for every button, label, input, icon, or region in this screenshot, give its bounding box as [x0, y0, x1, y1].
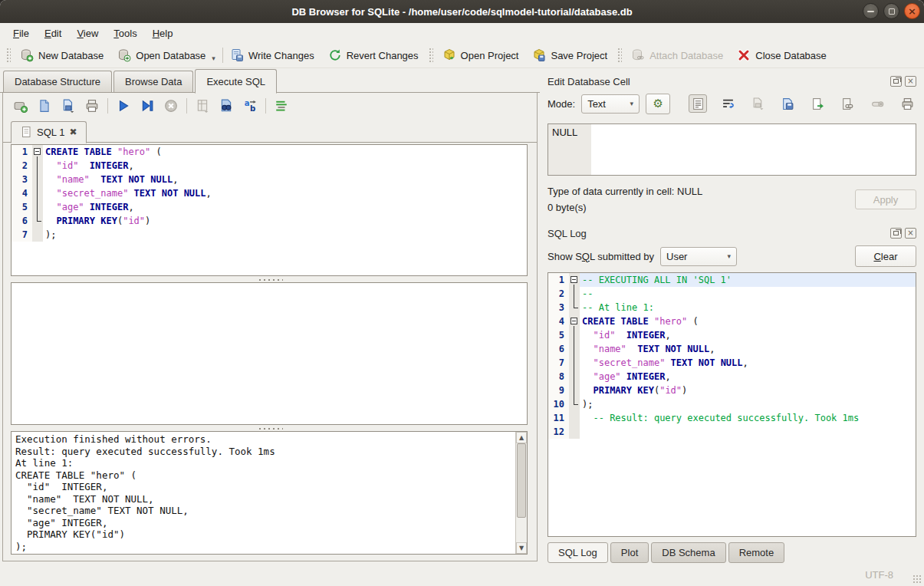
execution-log-text[interactable]: Execution finished without errors.Result… [12, 432, 515, 554]
resize-grip-icon[interactable] [912, 574, 922, 584]
app-window: DB Browser for SQLite - /home/user/code/… [0, 0, 924, 586]
main-tabbar: Database Structure Browse Data Execute S… [0, 68, 540, 93]
scroll-up-icon[interactable]: ▲ [516, 432, 527, 443]
open-database-icon [117, 48, 131, 62]
execute-all-button[interactable] [115, 97, 132, 114]
execute-line-button[interactable] [139, 97, 156, 114]
close-button[interactable]: × [904, 3, 920, 19]
export-cell-icon [811, 97, 824, 110]
minimize-button[interactable] [863, 3, 879, 19]
splitter-handle[interactable] [3, 425, 537, 431]
export-cell-button[interactable] [808, 94, 827, 113]
code-line: 2 "id" INTEGER, [12, 159, 527, 173]
tab-browse-data[interactable]: Browse Data [113, 71, 193, 93]
chevron-down-icon: ▾ [727, 252, 731, 260]
clear-log-button[interactable]: Clear [855, 245, 916, 267]
toolbar-handle[interactable] [428, 47, 433, 64]
scrollbar-thumb[interactable] [517, 443, 526, 518]
dock-tab-remote[interactable]: Remote [728, 542, 785, 563]
scroll-down-icon[interactable]: ▼ [516, 542, 527, 554]
revert-changes-button[interactable]: Revert Changes [321, 45, 426, 65]
write-changes-icon [230, 48, 244, 62]
new-sql-tab-button[interactable] [12, 97, 29, 114]
menu-help[interactable]: Help [146, 25, 180, 41]
code-line: 2-- [548, 287, 916, 301]
new-database-icon [20, 48, 34, 62]
save-cell-button [748, 94, 767, 113]
dock-tabbar: SQL Log Plot DB Schema Remote [547, 537, 916, 563]
new-database-button[interactable]: New Database [13, 45, 110, 65]
format-sql-icon [275, 99, 288, 113]
dock-float-icon[interactable] [890, 228, 902, 239]
code-line: 4 "secret_name" TEXT NOT NULL, [12, 186, 527, 200]
dock-close-icon[interactable]: × [905, 228, 916, 239]
write-changes-button[interactable]: Write Changes [223, 45, 321, 65]
sql-toolbar: ab [3, 93, 537, 119]
menu-file[interactable]: File [6, 25, 36, 41]
word-wrap-button[interactable] [718, 94, 737, 113]
find-button[interactable] [218, 97, 235, 114]
menu-view[interactable]: View [70, 25, 105, 41]
results-grid-pane [11, 282, 528, 425]
dock-tab-db-schema[interactable]: DB Schema [651, 542, 725, 563]
sql-log-filter-row: Show SQL submitted by User▾ Clear [547, 242, 916, 271]
sql-tab-close-icon[interactable]: ✖ [69, 127, 77, 137]
dock-tab-sql-log[interactable]: SQL Log [547, 542, 608, 563]
toolbar-separator [107, 98, 108, 114]
word-wrap-icon [722, 97, 735, 110]
cell-value-editor[interactable]: NULL [547, 123, 916, 176]
menu-edit[interactable]: Edit [38, 25, 68, 41]
tab-execute-sql[interactable]: Execute SQL [195, 69, 277, 94]
open-in-external-button[interactable] [838, 94, 857, 113]
code-line: 6 PRIMARY KEY("id") [12, 214, 527, 228]
export-results-icon [196, 99, 209, 113]
close-database-button[interactable]: Close Database [730, 45, 834, 65]
find-icon [219, 99, 233, 113]
replace-icon: ab [243, 99, 257, 113]
auto-switch-mode-button[interactable]: ⚙ [646, 94, 670, 114]
sql-file-tab[interactable]: SQL 1 ✖ [11, 121, 87, 143]
sql-log-title: SQL Log [547, 228, 587, 239]
print-cell-button[interactable] [898, 94, 916, 113]
stop-button [163, 97, 179, 114]
edit-cell-toolbar: Mode: Text▾ ⚙ [547, 90, 916, 117]
save-sql-file-button[interactable] [60, 97, 77, 114]
print-sql-button[interactable] [84, 97, 100, 114]
replace-button[interactable]: ab [242, 97, 258, 114]
sql-file-icon [21, 126, 32, 138]
maximize-button[interactable] [883, 3, 899, 19]
edit-cell-title: Edit Database Cell [547, 76, 630, 87]
scrollbar[interactable]: ▲ ▼ [515, 432, 527, 554]
open-project-icon [442, 48, 456, 62]
code-line: 11 -- Result: query executed successfull… [548, 411, 916, 425]
open-sql-file-button[interactable] [36, 97, 53, 114]
sql-log-view[interactable]: 1-- EXECUTING ALL IN 'SQL 1'2--3-- At li… [547, 272, 916, 537]
import-cell-button[interactable] [778, 94, 797, 113]
svg-text:b: b [250, 104, 255, 113]
open-project-button[interactable]: Open Project [436, 45, 526, 65]
titlebar[interactable]: DB Browser for SQLite - /home/user/code/… [0, 0, 924, 23]
window-title: DB Browser for SQLite - /home/user/code/… [0, 6, 924, 18]
menu-tools[interactable]: Tools [107, 25, 143, 41]
save-project-button[interactable]: Save Project [525, 45, 614, 65]
text-view-button[interactable] [689, 94, 707, 113]
submitter-select[interactable]: User▾ [660, 247, 737, 266]
toolbar-handle[interactable] [617, 47, 622, 64]
close-database-icon [737, 48, 751, 62]
open-database-button[interactable]: Open Database ▾ [110, 45, 222, 65]
splitter-handle[interactable] [3, 276, 537, 282]
format-sql-button[interactable] [273, 97, 290, 114]
dock-tab-plot[interactable]: Plot [610, 542, 649, 563]
mode-select[interactable]: Text▾ [581, 94, 640, 114]
open-database-dropdown-icon[interactable]: ▾ [212, 54, 215, 62]
tab-database-structure[interactable]: Database Structure [3, 71, 112, 93]
toolbar-handle[interactable] [5, 47, 11, 64]
dock-float-icon[interactable] [890, 76, 902, 87]
code-line: 8 "age" INTEGER, [548, 370, 916, 384]
code-line: 6 "name" TEXT NOT NULL, [548, 342, 916, 356]
attach-database-button: Attach Database [624, 45, 730, 65]
dock-close-icon[interactable]: × [905, 76, 916, 87]
menubar: File Edit View Tools Help [0, 23, 924, 43]
code-line: 1CREATE TABLE "hero" ( [12, 145, 527, 159]
sql-editor[interactable]: 1CREATE TABLE "hero" (2 "id" INTEGER,3 "… [11, 144, 528, 276]
